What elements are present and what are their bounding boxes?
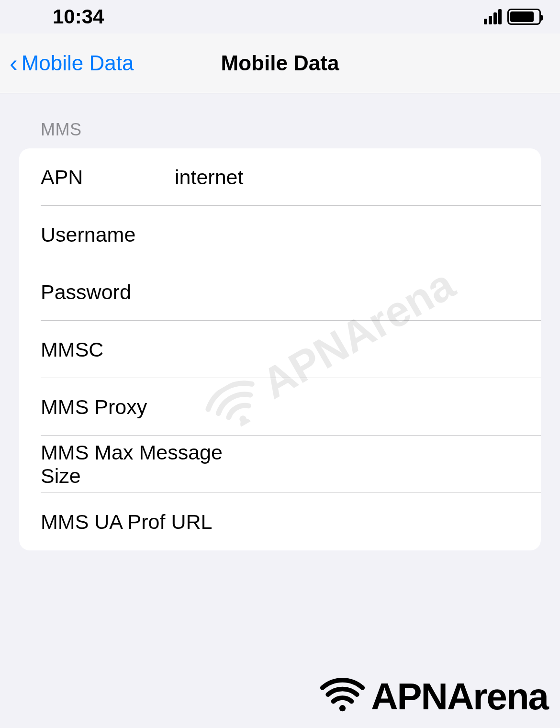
- input-username[interactable]: [175, 223, 519, 246]
- row-mms-proxy[interactable]: MMS Proxy: [19, 378, 541, 436]
- input-mms-max-message-size[interactable]: [263, 453, 519, 476]
- label-apn: APN: [41, 166, 175, 189]
- back-label: Mobile Data: [22, 51, 134, 75]
- page-title: Mobile Data: [221, 51, 339, 75]
- label-mmsc: MMSC: [41, 338, 175, 361]
- label-mms-ua-prof-url: MMS UA Prof URL: [41, 510, 212, 534]
- status-time: 10:34: [53, 5, 104, 28]
- battery-icon: [507, 9, 541, 25]
- label-mms-proxy: MMS Proxy: [41, 395, 175, 419]
- cellular-signal-icon: [484, 9, 502, 24]
- svg-point-1: [339, 705, 346, 711]
- navigation-bar: ‹ Mobile Data Mobile Data: [0, 34, 560, 93]
- row-apn[interactable]: APN: [19, 148, 541, 206]
- status-bar: 10:34: [0, 0, 560, 34]
- status-indicators: [484, 9, 541, 25]
- input-mms-ua-prof-url[interactable]: [212, 510, 519, 534]
- row-mmsc[interactable]: MMSC: [19, 321, 541, 378]
- row-username[interactable]: Username: [19, 206, 541, 263]
- branding-logo: APNArena: [320, 675, 548, 718]
- row-password[interactable]: Password: [19, 263, 541, 321]
- input-mms-proxy[interactable]: [175, 395, 519, 419]
- label-username: Username: [41, 223, 175, 246]
- branding-text: APNArena: [371, 675, 548, 718]
- label-password: Password: [41, 280, 175, 304]
- wifi-icon: [320, 678, 365, 716]
- input-password[interactable]: [175, 280, 519, 304]
- settings-group-mms: APN Username Password MMSC MMS Proxy MMS…: [19, 148, 541, 550]
- label-mms-max-message-size: MMS Max Message Size: [41, 441, 263, 488]
- chevron-left-icon: ‹: [10, 49, 18, 77]
- row-mms-max-message-size[interactable]: MMS Max Message Size: [19, 436, 541, 493]
- content-area: MMS APN Username Password MMSC MMS Proxy: [0, 93, 560, 550]
- input-apn[interactable]: [175, 166, 519, 189]
- section-header-mms: MMS: [19, 93, 541, 148]
- input-mmsc[interactable]: [175, 338, 519, 361]
- row-mms-ua-prof-url[interactable]: MMS UA Prof URL: [19, 493, 541, 550]
- back-button[interactable]: ‹ Mobile Data: [10, 49, 134, 77]
